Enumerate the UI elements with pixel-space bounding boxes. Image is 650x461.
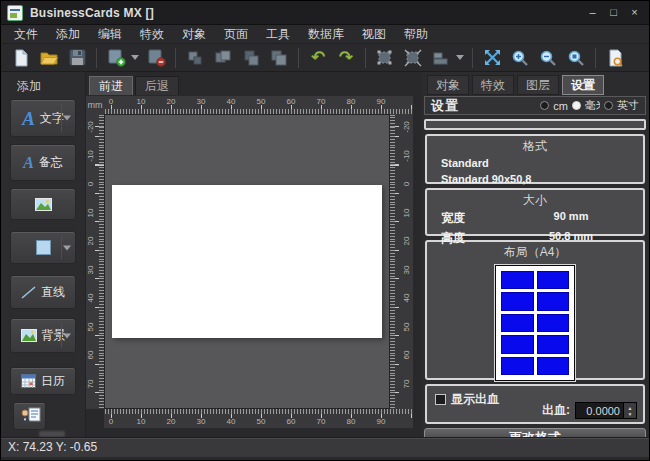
layout-cell	[501, 335, 534, 353]
ruler-bottom: 0102030405060708090	[104, 409, 413, 428]
zoom-selection-icon[interactable]	[564, 47, 588, 69]
sidebar-button-shape[interactable]	[10, 231, 76, 264]
maximize-button[interactable]: □	[605, 5, 622, 20]
ruler-number: 50	[402, 317, 412, 337]
ruler-number: -20	[86, 117, 96, 137]
spin-down-icon[interactable]: ▼	[628, 411, 633, 417]
properties-tabs: 对象 特效 图层 设置	[427, 75, 607, 95]
copy-icon[interactable]	[211, 47, 235, 69]
ruler-number: 0	[402, 174, 412, 194]
ruler-number: 0	[86, 174, 96, 194]
text-icon: A	[22, 109, 35, 128]
redo-icon[interactable]: ↷	[334, 47, 358, 69]
layout-cell	[501, 292, 534, 310]
close-button[interactable]: ×	[626, 5, 643, 20]
minimize-button[interactable]: –	[584, 5, 601, 20]
tab-effects[interactable]: 特效	[472, 75, 514, 95]
menu-item-database[interactable]: 数据库	[299, 25, 353, 44]
paste-icon[interactable]	[239, 47, 263, 69]
toolbar-separator	[96, 48, 97, 68]
add-panel-title: 添加	[1, 72, 85, 99]
tab-object[interactable]: 对象	[427, 75, 469, 95]
align-dropdown-caret[interactable]	[456, 55, 464, 60]
align-icon[interactable]	[429, 47, 453, 69]
sidebar-button-picture[interactable]	[10, 188, 76, 220]
save-icon[interactable]	[65, 47, 89, 69]
ruler-number: 50	[251, 97, 271, 107]
properties-panel: 对象 特效 图层 设置 设置 cm 毫米 英寸 格式 Standard Stan…	[421, 72, 650, 438]
ruler-number: 30	[191, 97, 211, 107]
tab-front[interactable]: 前进	[89, 76, 133, 95]
bleed-spinner-arrows[interactable]: ▲ ▼	[623, 403, 636, 418]
undo-icon[interactable]: ↶	[306, 47, 330, 69]
ruler-number: 40	[221, 417, 241, 427]
radio-mm-label: 毫米	[585, 98, 600, 113]
menu-item-effects[interactable]: 特效	[131, 25, 173, 44]
sidebar-button-calendar[interactable]: 日历	[10, 367, 76, 395]
settings-title: 设置	[431, 97, 459, 115]
layout-cell	[501, 314, 534, 332]
toolbar-separator	[175, 48, 176, 68]
menu-item-add[interactable]: 添加	[47, 25, 89, 44]
tab-layers[interactable]: 图层	[517, 75, 559, 95]
menu-item-view[interactable]: 视图	[353, 25, 395, 44]
bleed-spinbox[interactable]: 0.0000 ▲ ▼	[575, 402, 637, 419]
format-dimensions: Standard 90x50,8	[427, 171, 643, 187]
ruler-number: 70	[402, 374, 412, 394]
new-document-icon[interactable]	[9, 47, 33, 69]
tab-settings[interactable]: 设置	[562, 75, 604, 95]
radio-inch-label: 英寸	[617, 98, 639, 113]
shape-dropdown-caret[interactable]	[63, 245, 71, 250]
open-folder-icon[interactable]	[37, 47, 61, 69]
menu-item-tools[interactable]: 工具	[257, 25, 299, 44]
zoom-out-icon[interactable]	[536, 47, 560, 69]
line-icon	[21, 286, 36, 299]
duplicate-icon[interactable]	[267, 47, 291, 69]
text-dropdown-caret[interactable]	[63, 116, 71, 121]
background-dropdown-caret[interactable]	[63, 333, 71, 338]
sidebar-button-line[interactable]: 直线	[10, 275, 76, 309]
remove-page-icon[interactable]	[144, 47, 168, 69]
ruler-number: 50	[86, 317, 96, 337]
toolbar-separator	[595, 48, 596, 68]
ruler-number: -10	[86, 146, 96, 166]
sidebar-button-text[interactable]: A 文字	[10, 99, 76, 137]
ruler-number: 60	[281, 417, 301, 427]
empty-strip	[424, 119, 646, 130]
ruler-number: 40	[86, 288, 96, 308]
layout-cell	[537, 335, 570, 353]
radio-cm[interactable]	[540, 101, 549, 110]
ruler-number: 80	[341, 417, 361, 427]
add-page-dropdown-caret[interactable]	[131, 55, 139, 60]
menu-item-edit[interactable]: 编辑	[89, 25, 131, 44]
menu-item-help[interactable]: 帮助	[395, 25, 437, 44]
ruler-left: -20-10010203040506070	[86, 114, 104, 409]
layout-cell	[501, 271, 534, 289]
design-workspace[interactable]	[104, 114, 390, 409]
add-page-icon[interactable]	[104, 47, 128, 69]
cut-icon[interactable]	[183, 47, 207, 69]
menu-item-object[interactable]: 对象	[173, 25, 215, 44]
print-preview-icon[interactable]	[603, 47, 627, 69]
card-side-tabs: 前进 后退	[89, 76, 181, 95]
business-card-canvas[interactable]	[112, 185, 382, 338]
settings-body: 格式 Standard Standard 90x50,8 大小 宽度 90 mm…	[424, 134, 646, 436]
group-icon[interactable]	[373, 47, 397, 69]
background-icon	[21, 329, 37, 342]
ungroup-icon[interactable]	[401, 47, 425, 69]
add-panel: 添加 A 文字 A 备忘 直线	[1, 72, 86, 437]
sidebar-button-contact[interactable]	[13, 402, 46, 430]
radio-inch[interactable]	[604, 101, 613, 110]
fit-to-window-icon[interactable]	[480, 47, 504, 69]
sidebar-button-background[interactable]: 背景	[10, 318, 76, 353]
layout-cell	[537, 292, 570, 310]
sidebar-button-memo[interactable]: A 备忘	[10, 144, 76, 181]
zoom-in-icon[interactable]	[508, 47, 532, 69]
menu-item-page[interactable]: 页面	[215, 25, 257, 44]
menu-item-file[interactable]: 文件	[5, 25, 47, 44]
radio-mm[interactable]	[572, 101, 581, 110]
show-bleed-checkbox[interactable]	[435, 394, 446, 405]
format-section-title: 格式	[427, 136, 643, 155]
unit-selector: cm 毫米 英寸	[540, 98, 639, 113]
tab-back[interactable]: 后退	[135, 76, 179, 95]
